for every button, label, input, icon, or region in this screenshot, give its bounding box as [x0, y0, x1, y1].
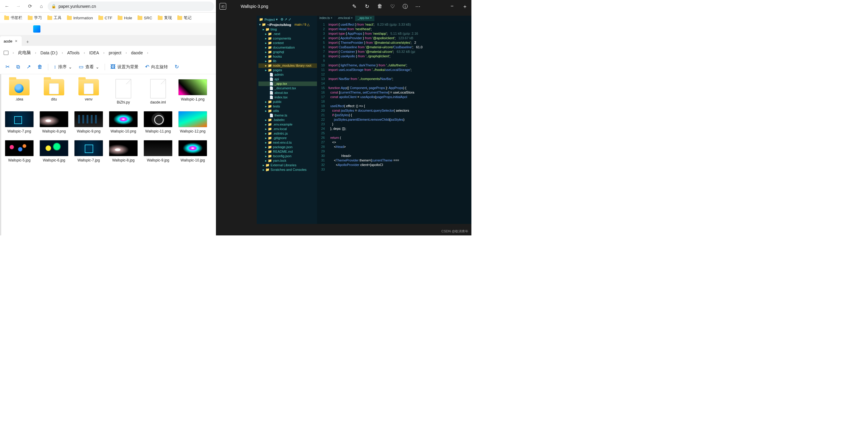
rotate-left-button[interactable]: ↶向左旋转	[143, 62, 170, 72]
chevron-right-icon: ›	[82, 51, 87, 55]
file-item[interactable]: Wallspic-9.png	[73, 111, 104, 134]
zoom-controls: − ＋	[449, 3, 468, 9]
bookmark-item[interactable]: SRC	[136, 15, 154, 22]
file-item[interactable]: Wallspic-6.jpg	[39, 140, 69, 163]
delete-button[interactable]: 🗑	[377, 3, 383, 9]
monitor-icon[interactable]	[4, 51, 8, 55]
tree-node: ▸ 📁 External Libraries	[258, 163, 317, 168]
folder-icon	[118, 16, 122, 20]
bookmark-item[interactable]: 工具	[45, 14, 63, 22]
new-tab-button[interactable]: ＋	[23, 37, 33, 46]
breadcrumb-item[interactable]: project	[107, 49, 122, 56]
zoom-in-button[interactable]: ＋	[462, 3, 468, 9]
bookmark-item[interactable]: 笔记	[176, 14, 193, 22]
set-wallpaper-button[interactable]: 🖼设置为背景	[108, 62, 141, 72]
file-label: Wallspic-7.png	[4, 129, 34, 134]
bookmark-item[interactable]: 书签栏	[2, 14, 24, 22]
close-icon[interactable]: ✕	[15, 39, 18, 43]
editor-tabs: index.ts ×.env.local ×_app.tsx ×	[317, 16, 471, 21]
sort-button[interactable]: ↕排序 ⌄	[51, 62, 74, 72]
photo-viewport[interactable]: 📁 Project ▾ ⚙ ↗ ⤢ ▾ 📁 ~/Projects/blog ma…	[216, 13, 471, 235]
file-icon	[150, 79, 166, 98]
delete-button[interactable]: 🗑	[35, 62, 45, 72]
file-label: Wallspic-7.jpg	[73, 158, 104, 163]
zoom-out-button[interactable]: −	[449, 3, 455, 9]
file-item[interactable]: Wallspic-12.png	[178, 111, 208, 134]
chevron-right-icon: ›	[124, 51, 129, 55]
breadcrumb-item[interactable]: IDEA	[88, 49, 100, 56]
tree-node: 📄 theme.ts	[258, 113, 317, 118]
tree-node: ▸ 📁 .babelrc	[258, 118, 317, 122]
bookmark-item[interactable]: 复现	[156, 14, 174, 22]
bookmark-item[interactable]: Information	[65, 15, 95, 22]
breadcrumb: › 此电脑›Data (D:)›ATools›IDEA›project›daod…	[0, 46, 216, 60]
folder-icon	[98, 16, 103, 20]
thumbnail	[144, 111, 173, 127]
photos-header: ◰ Wallspic-3.png ✎ ↻ 🗑 ♡ ⓘ ⋯ − ＋	[216, 0, 471, 13]
file-item[interactable]: Wallspic-8.jpg	[108, 140, 138, 163]
scissors-icon: ✂	[5, 64, 10, 70]
copy-button[interactable]: ⧉	[14, 62, 22, 72]
file-item[interactable]: Wallspic-10.png	[108, 111, 138, 134]
thumbnail	[5, 111, 34, 127]
view-button[interactable]: ▭查看 ⌄	[76, 62, 102, 72]
file-label: BiZhi.py	[108, 100, 138, 105]
file-item[interactable]: Wallspic-11.png	[143, 111, 173, 134]
info-button[interactable]: ⓘ	[402, 3, 408, 9]
more-button[interactable]: ↻	[172, 62, 181, 72]
file-item[interactable]: .idea	[4, 79, 34, 105]
editor-tab: index.ts ×	[317, 16, 335, 21]
tree-node: ▸ 📁 .env.example	[258, 122, 317, 127]
file-item[interactable]: Wallspic-8.png	[39, 111, 69, 134]
folder-icon	[9, 79, 30, 95]
home-button[interactable]: ⌂	[36, 1, 46, 11]
edit-button[interactable]: ✎	[351, 3, 358, 9]
separator	[48, 64, 48, 70]
breadcrumb-item[interactable]: daode	[130, 49, 144, 56]
browser-toolbar: ← → ⟳ ⌂ 🔒 paper.yunlunwen.cn	[0, 0, 216, 13]
file-item[interactable]: ditu	[39, 79, 69, 105]
photos-app: ◰ Wallspic-3.png ✎ ↻ 🗑 ♡ ⓘ ⋯ − ＋ 📁 Proje…	[216, 0, 471, 235]
trash-icon: 🗑	[37, 64, 42, 70]
file-item[interactable]: Wallspic-9.jpg	[143, 140, 173, 163]
file-item[interactable]: daode.iml	[143, 79, 173, 105]
cut-button[interactable]: ✂	[3, 62, 12, 72]
file-label: Wallspic-1.png	[178, 97, 208, 102]
explorer-tab[interactable]: aode ✕	[0, 36, 22, 46]
folder-icon	[177, 16, 182, 20]
file-item[interactable]: Wallspic-5.jpg	[4, 140, 34, 163]
rotate-button[interactable]: ↻	[364, 3, 370, 9]
bookmark-label: 工具	[54, 15, 62, 21]
more-button[interactable]: ⋯	[415, 3, 421, 9]
tree-node: ▸ 📁 graphql	[258, 50, 317, 54]
file-icon	[116, 79, 131, 98]
tree-node: ▸ 📁 Scratches and Consoles	[258, 168, 317, 172]
thumbnail	[5, 140, 34, 156]
code-content: import { useEffect } from 'react'; 8.23 …	[327, 21, 471, 224]
file-item[interactable]: Wallspic-1.png	[178, 79, 208, 105]
file-item[interactable]: Wallspic-7.jpg	[73, 140, 104, 163]
forward-button[interactable]: →	[13, 1, 24, 11]
address-bar[interactable]: 🔒 paper.yunlunwen.cn	[48, 1, 214, 11]
file-item[interactable]: Wallspic-7.png	[4, 111, 34, 134]
file-label: Wallspic-9.png	[73, 129, 104, 134]
share-button[interactable]: ↗	[24, 62, 33, 72]
bookmark-item[interactable]: Hole	[116, 15, 134, 22]
view-icon: ▭	[79, 64, 84, 70]
file-label: Wallspic-10.png	[108, 129, 138, 134]
folder-icon	[79, 79, 99, 95]
breadcrumb-item[interactable]: ATools	[66, 49, 81, 56]
bookmark-item[interactable]: 学习	[26, 14, 44, 22]
favorite-button[interactable]: ♡	[390, 3, 395, 9]
bookmark-item[interactable]: CTF	[96, 15, 114, 22]
breadcrumb-item[interactable]: Data (D:)	[39, 49, 59, 56]
back-button[interactable]: ←	[2, 1, 12, 11]
chevron-down-icon: ⌄	[68, 65, 72, 69]
file-item[interactable]: venv	[73, 79, 104, 105]
file-item[interactable]: BiZhi.py	[108, 79, 138, 105]
file-item[interactable]: Wallspic-10.jpg	[178, 140, 208, 163]
folder-icon	[4, 16, 9, 20]
reload-button[interactable]: ⟳	[25, 1, 35, 11]
breadcrumb-item[interactable]: 此电脑	[17, 49, 32, 57]
thumbnail	[39, 111, 68, 127]
